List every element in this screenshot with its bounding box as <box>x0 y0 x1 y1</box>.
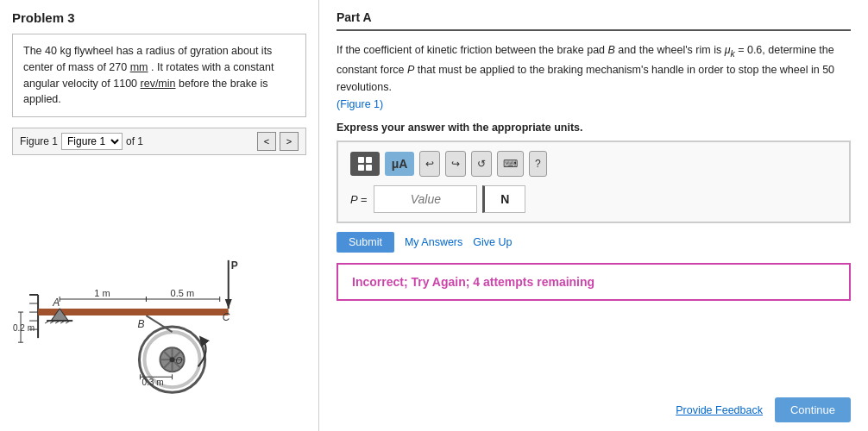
figure-next-button[interactable]: > <box>280 132 299 151</box>
svg-marker-24 <box>225 299 232 309</box>
figure-navigation: < > <box>257 132 299 151</box>
mu-label: μA <box>392 157 408 171</box>
submit-button[interactable]: Submit <box>337 232 394 253</box>
input-row: P = N <box>350 185 837 213</box>
svg-text:A: A <box>52 297 60 309</box>
help-button[interactable]: ? <box>529 151 547 177</box>
figure-area: A 1 m 0.5 m P C 0.2 m B <box>12 159 306 431</box>
p-label: P = <box>350 193 367 206</box>
figure-select[interactable]: Figure 1 <box>61 133 123 150</box>
problem-title: Problem 3 <box>12 10 306 25</box>
value-input[interactable] <box>374 185 477 213</box>
figure-of-label: of 1 <box>126 135 143 147</box>
svg-text:0.5 m: 0.5 m <box>171 288 195 298</box>
units-label: Express your answer with the appropriate… <box>337 122 851 134</box>
svg-text:B: B <box>137 318 144 330</box>
keyboard-button[interactable]: ⌨ <box>497 151 524 177</box>
svg-text:1 m: 1 m <box>94 288 110 298</box>
left-panel: Problem 3 The 40 kg flywheel has a radiu… <box>0 0 319 431</box>
action-row: Submit My Answers Give Up <box>337 232 851 253</box>
svg-rect-47 <box>366 157 372 163</box>
svg-point-39 <box>170 357 175 362</box>
my-answers-link[interactable]: My Answers <box>405 236 462 248</box>
answer-box: μA ↩ ↪ ↺ ⌨ ? P = N <box>337 141 851 223</box>
provide-feedback-button[interactable]: Provide Feedback <box>676 404 763 416</box>
figure-diagram: A 1 m 0.5 m P C 0.2 m B <box>12 159 306 431</box>
figure-label: Figure 1 <box>20 135 58 147</box>
answer-toolbar: μA ↩ ↪ ↺ ⌨ ? <box>350 151 837 177</box>
refresh-button[interactable]: ↺ <box>471 151 492 177</box>
give-up-link[interactable]: Give Up <box>473 236 512 248</box>
figure-link[interactable]: (Figure 1) <box>337 98 383 110</box>
right-panel: Part A If the coefficient of kinetic fri… <box>319 0 868 431</box>
continue-button[interactable]: Continue <box>775 397 851 422</box>
svg-rect-46 <box>358 157 364 163</box>
feedback-box: Incorrect; Try Again; 4 attempts remaini… <box>337 263 851 301</box>
redo-button[interactable]: ↪ <box>445 151 466 177</box>
figure-bar: Figure 1 Figure 1 of 1 < > <box>12 128 306 155</box>
question-text: If the coefficient of kinetic friction b… <box>337 41 851 113</box>
feedback-message: Incorrect; Try Again; 4 attempts remaini… <box>352 275 594 289</box>
svg-text:0.2 m: 0.2 m <box>13 323 35 333</box>
figure-selector[interactable]: Figure 1 Figure 1 of 1 <box>20 133 143 150</box>
undo-button[interactable]: ↩ <box>419 151 440 177</box>
svg-rect-6 <box>38 309 229 315</box>
problem-description: The 40 kg flywheel has a radius of gyrat… <box>12 34 306 117</box>
svg-text:0.3 m: 0.3 m <box>142 378 163 387</box>
mu-button[interactable]: μA <box>385 152 414 176</box>
svg-rect-48 <box>358 165 364 171</box>
matrix-button[interactable] <box>350 152 380 176</box>
part-title: Part A <box>337 10 851 31</box>
bottom-row: Provide Feedback Continue <box>337 392 851 422</box>
svg-text:P: P <box>231 259 238 272</box>
figure-prev-button[interactable]: < <box>257 132 276 151</box>
svg-text:C: C <box>223 311 230 323</box>
unit-box: N <box>482 185 525 213</box>
svg-rect-49 <box>366 165 372 171</box>
svg-text:O: O <box>176 356 183 365</box>
